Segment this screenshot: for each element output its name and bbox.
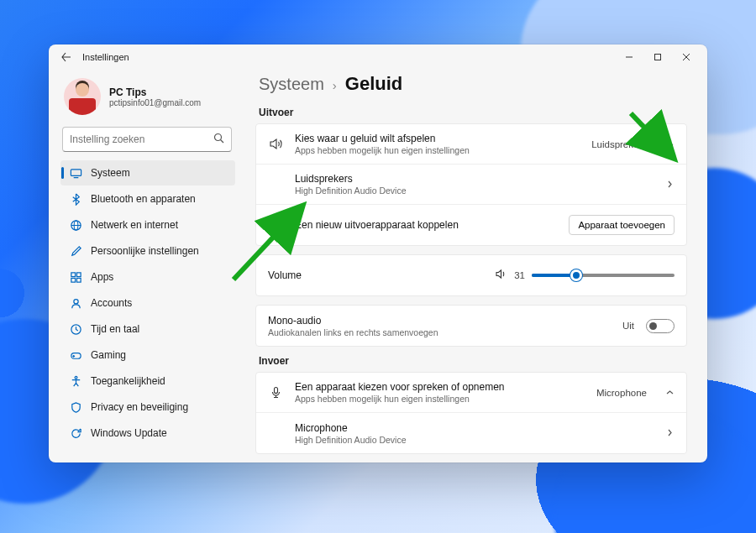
gaming-icon: [69, 348, 82, 362]
input-current-device: Microphone: [596, 388, 647, 398]
mono-row: Mono-audio Audiokanalen links en rechts …: [256, 306, 686, 346]
output-choose-row[interactable]: Kies waar u geluid wilt afspelen Apps he…: [256, 124, 686, 165]
input-device-row[interactable]: Microphone High Definition Audio Device: [256, 413, 686, 453]
svg-rect-13: [274, 388, 277, 394]
sidebar-item-label: Gaming: [91, 349, 126, 361]
sidebar-item-personal[interactable]: Persoonlijke instellingen: [60, 238, 235, 264]
svg-rect-8: [76, 278, 81, 282]
volume-row: Volume 31: [256, 255, 686, 295]
bluetooth-icon: [69, 192, 82, 206]
main-content: Systeem › Geluid Uitvoer Kies waar u gel…: [244, 70, 707, 462]
profile-name: PC Tips: [109, 86, 201, 98]
input-device-name: Microphone: [295, 422, 647, 434]
input-device-desc: High Definition Audio Device: [295, 435, 647, 445]
speaker-icon: [268, 137, 283, 151]
svg-point-12: [75, 376, 77, 379]
chevron-up-icon[interactable]: [665, 137, 675, 152]
sidebar-item-network[interactable]: Netwerk en internet: [60, 212, 235, 238]
profile-block[interactable]: PC Tips pctipsinfo01@gmail.com: [60, 76, 235, 127]
system-icon: [69, 166, 82, 180]
profile-email: pctipsinfo01@gmail.com: [109, 98, 201, 107]
volume-fill: [532, 274, 576, 277]
search-input[interactable]: [70, 133, 213, 145]
section-output-label: Uitvoer: [259, 107, 687, 118]
mono-toggle[interactable]: [646, 319, 675, 333]
output-device-name: Luidsprekers: [295, 173, 647, 185]
breadcrumb: Systeem › Geluid: [259, 73, 687, 95]
mono-title: Mono-audio: [268, 315, 611, 327]
output-choose-title: Kies waar u geluid wilt afspelen: [295, 133, 580, 144]
minimize-button[interactable]: [615, 45, 643, 69]
maximize-button[interactable]: [643, 45, 672, 69]
output-device-desc: High Definition Audio Device: [295, 186, 647, 196]
window-title: Instellingen: [82, 52, 129, 62]
search-icon: [213, 133, 224, 146]
titlebar: Instellingen: [49, 44, 707, 70]
sidebar-item-label: Privacy en beveiliging: [91, 401, 188, 413]
breadcrumb-parent[interactable]: Systeem: [259, 75, 324, 94]
svg-rect-2: [71, 169, 81, 175]
mono-desc: Audiokanalen links en rechts samenvoegen: [268, 327, 611, 337]
sidebar-item-label: Windows Update: [91, 427, 167, 439]
microphone-icon: [268, 386, 283, 399]
sidebar-item-label: Apps: [91, 271, 113, 283]
access-icon: [69, 374, 82, 388]
pair-output-row: Een nieuw uitvoerapparaat koppelen Appar…: [256, 205, 686, 245]
volume-slider[interactable]: [532, 274, 675, 277]
privacy-icon: [69, 400, 82, 414]
sidebar-item-access[interactable]: Toegankelijkheid: [60, 368, 235, 394]
svg-rect-6: [76, 272, 81, 276]
settings-window: Instellingen PC Tips pctipsinfo01@gmail.…: [49, 44, 707, 462]
input-choose-desc: Apps hebben mogelijk hun eigen instellin…: [295, 394, 585, 404]
output-choose-desc: Apps hebben mogelijk hun eigen instellin…: [295, 145, 580, 155]
sidebar-item-label: Bluetooth en apparaten: [91, 193, 196, 205]
svg-rect-5: [71, 272, 75, 276]
breadcrumb-current: Geluid: [345, 73, 402, 95]
volume-card: Volume 31: [255, 254, 687, 296]
chevron-up-icon[interactable]: [665, 385, 675, 400]
sidebar-item-label: Netwerk en internet: [91, 219, 178, 231]
input-card: Een apparaat kiezen voor spreken of opne…: [255, 372, 687, 454]
chevron-right-icon: [665, 426, 675, 441]
output-device-row[interactable]: Luidsprekers High Definition Audio Devic…: [256, 165, 686, 205]
sidebar-item-label: Persoonlijke instellingen: [91, 245, 199, 257]
sidebar: PC Tips pctipsinfo01@gmail.com SysteemBl…: [49, 70, 244, 462]
sidebar-item-label: Accounts: [91, 297, 132, 309]
update-icon: [69, 426, 82, 440]
apps-icon: [69, 270, 82, 284]
sidebar-item-update[interactable]: Windows Update: [60, 421, 235, 446]
input-choose-row[interactable]: Een apparaat kiezen voor spreken of opne…: [256, 373, 686, 413]
sidebar-item-label: Tijd en taal: [91, 323, 139, 335]
svg-point-9: [73, 299, 77, 303]
sidebar-item-bluetooth[interactable]: Bluetooth en apparaten: [60, 186, 235, 212]
volume-icon[interactable]: [495, 268, 507, 284]
output-card: Kies waar u geluid wilt afspelen Apps he…: [255, 123, 687, 246]
nav-list: SysteemBluetooth en apparatenNetwerk en …: [60, 160, 235, 446]
back-button[interactable]: [60, 52, 72, 62]
output-current-device: Luidsprekers: [591, 139, 647, 149]
close-button[interactable]: [672, 45, 701, 69]
sidebar-item-label: Toegankelijkheid: [91, 375, 165, 387]
sidebar-item-accounts[interactable]: Accounts: [60, 290, 235, 316]
add-device-button[interactable]: Apparaat toevoegen: [569, 215, 675, 235]
sidebar-item-apps[interactable]: Apps: [60, 264, 235, 290]
sidebar-item-gaming[interactable]: Gaming: [60, 342, 235, 368]
accounts-icon: [69, 296, 82, 310]
volume-label: Volume: [268, 269, 483, 281]
sidebar-item-system[interactable]: Systeem: [60, 160, 235, 186]
avatar: [64, 78, 101, 115]
volume-value: 31: [514, 270, 525, 280]
network-icon: [69, 218, 82, 232]
chevron-right-icon: ›: [333, 78, 337, 92]
svg-point-1: [215, 134, 222, 141]
search-box[interactable]: [62, 127, 232, 152]
sidebar-item-label: Systeem: [91, 167, 130, 179]
input-choose-title: Een apparaat kiezen voor spreken of opne…: [295, 381, 585, 393]
sidebar-item-privacy[interactable]: Privacy en beveiliging: [60, 395, 235, 420]
pair-output-label: Een nieuw uitvoerapparaat koppelen: [295, 219, 557, 231]
svg-rect-0: [655, 55, 661, 60]
sidebar-item-time[interactable]: Tijd en taal: [60, 316, 235, 342]
section-input-label: Invoer: [259, 355, 687, 367]
chevron-right-icon: [665, 177, 675, 192]
volume-thumb[interactable]: [570, 269, 582, 281]
